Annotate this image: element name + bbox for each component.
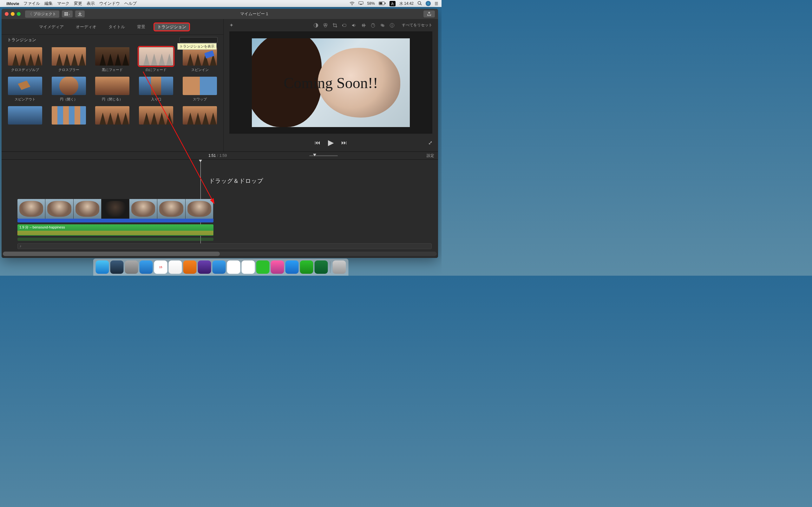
minimize-button[interactable]	[11, 12, 14, 16]
transition-item[interactable]: スピンアウト	[6, 77, 44, 102]
spotlight-icon[interactable]	[417, 1, 422, 6]
scrollbar-thumb[interactable]	[3, 251, 220, 256]
magic-wand-icon[interactable]: ✦	[229, 22, 234, 28]
transition-item[interactable]: クロスブラー	[50, 47, 88, 72]
audio-track[interactable]: 1.9 分 – bensound-happiness	[17, 224, 213, 236]
transition-item[interactable]: スワップ	[181, 77, 219, 102]
back-to-projects-button[interactable]: 〈 プロジェクト	[25, 10, 59, 18]
stabilization-icon[interactable]	[342, 22, 347, 28]
video-clip[interactable]	[130, 199, 157, 219]
notification-center-icon[interactable]: ☰	[435, 1, 438, 6]
current-time: 1:51	[208, 153, 216, 158]
dock-app-trash[interactable]	[333, 261, 346, 274]
zoom-button[interactable]	[17, 12, 20, 16]
next-button[interactable]: ⏭	[341, 139, 347, 146]
transition-item[interactable]: 白にフェード	[137, 47, 175, 72]
timeline[interactable]: ドラッグ＆ドロップ 1.9 分 – bensound-happiness ♪	[2, 160, 438, 258]
dock-app-itunes[interactable]	[271, 261, 284, 274]
speed-icon[interactable]	[370, 22, 376, 28]
clip-filter-icon[interactable]	[380, 22, 386, 28]
horizontal-scrollbar[interactable]	[3, 251, 437, 256]
prev-button[interactable]: ⏮	[315, 139, 320, 146]
dock-app-safari-alt[interactable]	[110, 261, 124, 274]
info-icon[interactable]	[389, 22, 395, 28]
transition-item[interactable]	[6, 106, 44, 126]
tab-audio[interactable]: オーディオ	[72, 23, 100, 31]
video-clip[interactable]	[186, 199, 213, 219]
import-button[interactable]	[75, 10, 85, 17]
reset-all-button[interactable]: すべてをリセット	[402, 22, 432, 28]
dock-app-launchpad[interactable]	[125, 261, 138, 274]
menu-view[interactable]: 表示	[87, 1, 95, 6]
fullscreen-icon[interactable]: ⤢	[428, 140, 432, 146]
share-button[interactable]	[423, 10, 435, 17]
video-clip[interactable]	[157, 199, 185, 219]
menu-mark[interactable]: マーク	[57, 1, 69, 6]
dock-app-finder[interactable]	[96, 261, 109, 274]
dock-app-chrome2[interactable]	[242, 261, 255, 274]
airplay-icon[interactable]	[358, 1, 363, 6]
noise-reduction-icon[interactable]	[361, 22, 366, 28]
wifi-icon[interactable]	[350, 1, 355, 6]
video-clip[interactable]	[73, 199, 101, 219]
dock-app-imovie[interactable]	[198, 261, 211, 274]
svg-rect-6	[64, 12, 66, 14]
transition-item[interactable]: クロスディゾルブ	[6, 47, 44, 72]
siri-icon[interactable]	[426, 1, 431, 6]
dock-app-numbers[interactable]	[300, 261, 313, 274]
dock-app-excel[interactable]	[315, 261, 328, 274]
zoom-knob[interactable]	[313, 154, 316, 156]
transition-item[interactable]	[50, 106, 88, 126]
ime-indicator[interactable]: あ	[390, 1, 396, 6]
menu-modify[interactable]: 変更	[74, 1, 82, 6]
zoom-slider[interactable]	[309, 155, 338, 156]
video-clip[interactable]	[101, 199, 130, 219]
sfx-track[interactable]: ♪	[17, 243, 432, 249]
video-clip[interactable]	[45, 199, 73, 219]
dock-app-vlc[interactable]	[183, 261, 197, 274]
dock-app-safari[interactable]	[140, 261, 153, 274]
volume-icon[interactable]	[351, 22, 357, 28]
dock-app-reminders[interactable]	[169, 261, 182, 274]
audio-track-2[interactable]	[17, 238, 213, 241]
play-button[interactable]: ▶	[328, 138, 334, 147]
video-clip[interactable]	[17, 199, 45, 219]
transition-item[interactable]: 黒にフェード	[94, 47, 132, 72]
transition-item[interactable]	[137, 106, 175, 126]
menubar-clock[interactable]: 水 14:42	[399, 1, 414, 6]
transition-item[interactable]: 円（開く）	[50, 77, 88, 102]
tab-my-media[interactable]: マイメディア	[36, 23, 67, 31]
menu-help[interactable]: ヘルプ	[124, 1, 137, 6]
transition-item[interactable]: 円（閉じる）	[94, 77, 132, 102]
tab-titles[interactable]: タイトル	[105, 23, 128, 31]
tab-backgrounds[interactable]: 背景	[134, 23, 148, 31]
svg-rect-15	[343, 24, 346, 26]
transition-thumbnail	[8, 77, 42, 95]
transition-item[interactable]: スピンイン	[181, 47, 219, 72]
crop-icon[interactable]	[332, 22, 338, 28]
dock-app-calendar[interactable]: 15	[154, 261, 167, 274]
video-track[interactable]	[17, 199, 213, 219]
dock-app-safari2[interactable]	[212, 261, 226, 274]
menu-edit[interactable]: 編集	[44, 1, 53, 6]
color-balance-icon[interactable]	[313, 22, 319, 28]
battery-icon[interactable]	[379, 1, 386, 6]
transition-item[interactable]	[181, 106, 219, 126]
close-button[interactable]	[5, 12, 9, 16]
search-icon[interactable]	[180, 37, 217, 43]
transitions-tooltip: トランジションを表示	[177, 43, 217, 50]
timeline-settings-button[interactable]: 設定	[426, 153, 434, 158]
tab-transitions[interactable]: トランジション	[154, 23, 189, 31]
transition-label: クロスディゾルブ	[6, 67, 44, 72]
menu-window[interactable]: ウインドウ	[99, 1, 120, 6]
menubar-app-name[interactable]: iMovie	[6, 1, 19, 6]
color-correction-icon[interactable]	[322, 22, 328, 28]
transition-item[interactable]: 入り口	[137, 77, 175, 102]
transition-item[interactable]	[94, 106, 132, 126]
dock-app-line[interactable]	[256, 261, 270, 274]
preview-area[interactable]: Coming Soon!!	[229, 32, 432, 134]
library-view-button[interactable]: ♪	[62, 10, 72, 17]
dock-app-chrome[interactable]	[227, 261, 241, 274]
dock-app-appstore[interactable]	[286, 261, 299, 274]
menu-file[interactable]: ファイル	[23, 1, 40, 6]
